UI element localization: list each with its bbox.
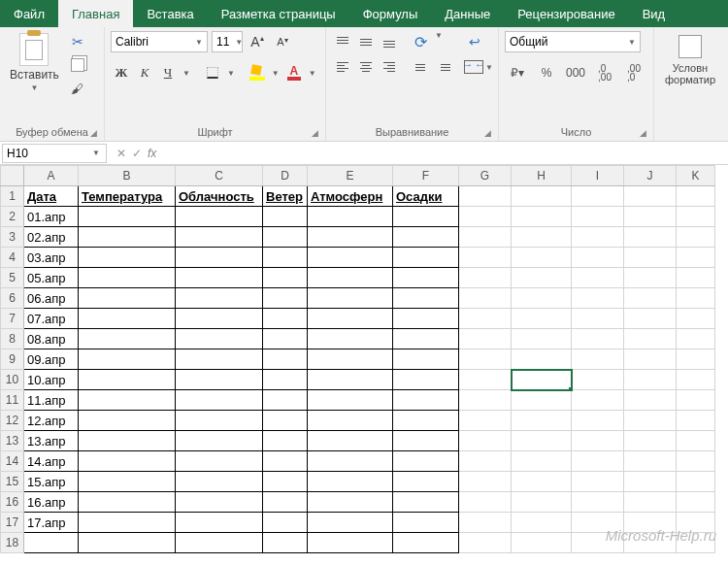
cell[interactable] bbox=[459, 513, 512, 533]
cell[interactable]: 17.апр bbox=[24, 513, 79, 533]
cell[interactable] bbox=[512, 431, 572, 451]
cell[interactable] bbox=[308, 431, 393, 451]
cell[interactable] bbox=[677, 533, 715, 553]
cell[interactable] bbox=[512, 349, 572, 370]
cell[interactable] bbox=[624, 186, 677, 207]
cell[interactable] bbox=[263, 349, 308, 370]
cell[interactable]: 16.апр bbox=[24, 492, 79, 513]
cell[interactable] bbox=[459, 309, 512, 329]
cell[interactable] bbox=[308, 349, 393, 370]
cell[interactable] bbox=[308, 411, 393, 431]
cell[interactable] bbox=[624, 431, 677, 451]
cell[interactable] bbox=[263, 451, 308, 472]
cell[interactable]: Ветер bbox=[263, 186, 308, 207]
cell[interactable] bbox=[512, 288, 572, 309]
cell[interactable] bbox=[624, 248, 677, 268]
cell[interactable] bbox=[79, 288, 176, 309]
bold-button[interactable]: Ж bbox=[111, 62, 132, 83]
cancel-icon[interactable]: ✕ bbox=[116, 147, 126, 160]
row-header[interactable]: 1 bbox=[1, 186, 24, 207]
cell[interactable] bbox=[512, 309, 572, 329]
dialog-launcher-icon[interactable]: ◢ bbox=[482, 128, 492, 138]
cell[interactable] bbox=[572, 288, 624, 309]
cell[interactable] bbox=[176, 533, 263, 553]
comma-format-button[interactable]: 000 bbox=[563, 62, 588, 83]
cell[interactable] bbox=[263, 309, 308, 329]
cell[interactable] bbox=[263, 492, 308, 513]
cell[interactable] bbox=[263, 329, 308, 349]
cell[interactable] bbox=[393, 431, 459, 451]
align-middle-button[interactable] bbox=[355, 31, 377, 52]
row-header[interactable]: 13 bbox=[1, 431, 24, 451]
cell[interactable] bbox=[393, 288, 459, 309]
cell[interactable] bbox=[393, 309, 459, 329]
cell[interactable] bbox=[176, 451, 263, 472]
cell[interactable] bbox=[393, 268, 459, 288]
tab-formulas[interactable]: Формулы bbox=[349, 0, 432, 27]
chevron-down-icon[interactable]: ▼ bbox=[307, 69, 318, 78]
column-header[interactable]: H bbox=[512, 166, 572, 186]
cell[interactable] bbox=[624, 288, 677, 309]
cell[interactable] bbox=[393, 513, 459, 533]
cell[interactable] bbox=[572, 411, 624, 431]
cell[interactable] bbox=[263, 268, 308, 288]
cell[interactable] bbox=[624, 207, 677, 227]
cell[interactable] bbox=[308, 268, 393, 288]
cell[interactable]: Атмосферн bbox=[308, 186, 393, 207]
cell[interactable] bbox=[308, 309, 393, 329]
cell[interactable]: 14.апр bbox=[24, 451, 79, 472]
cell[interactable] bbox=[459, 248, 512, 268]
row-header[interactable]: 3 bbox=[1, 227, 24, 248]
cell[interactable]: 05.апр bbox=[24, 268, 79, 288]
cell[interactable] bbox=[79, 207, 176, 227]
cell[interactable] bbox=[512, 248, 572, 268]
cell[interactable] bbox=[572, 248, 624, 268]
cell[interactable] bbox=[393, 451, 459, 472]
cell[interactable] bbox=[677, 411, 715, 431]
cell[interactable] bbox=[512, 268, 572, 288]
cell[interactable]: 11.апр bbox=[24, 390, 79, 411]
cell[interactable] bbox=[677, 349, 715, 370]
cell[interactable] bbox=[393, 472, 459, 492]
cell[interactable] bbox=[176, 431, 263, 451]
column-header[interactable]: K bbox=[677, 166, 715, 186]
cell[interactable] bbox=[459, 492, 512, 513]
cell[interactable] bbox=[176, 248, 263, 268]
cell[interactable] bbox=[512, 411, 572, 431]
align-center-button[interactable] bbox=[355, 56, 377, 78]
cell[interactable]: 12.апр bbox=[24, 411, 79, 431]
cell[interactable] bbox=[459, 227, 512, 248]
cell[interactable] bbox=[677, 268, 715, 288]
cell[interactable] bbox=[677, 248, 715, 268]
cell[interactable] bbox=[512, 207, 572, 227]
cell[interactable] bbox=[624, 533, 677, 553]
dialog-launcher-icon[interactable]: ◢ bbox=[638, 128, 647, 138]
cell[interactable] bbox=[263, 533, 308, 553]
cell[interactable] bbox=[24, 533, 79, 553]
row-header[interactable]: 18 bbox=[1, 533, 24, 553]
cell[interactable] bbox=[624, 329, 677, 349]
cell[interactable]: Температура bbox=[79, 186, 176, 207]
cell[interactable] bbox=[572, 309, 624, 329]
cell[interactable] bbox=[677, 472, 715, 492]
cell[interactable] bbox=[79, 390, 176, 411]
cell[interactable]: 03.апр bbox=[24, 248, 79, 268]
worksheet-grid[interactable]: ABCDEFGHIJK1ДатаТемператураОблачностьВет… bbox=[0, 165, 728, 565]
cell[interactable] bbox=[677, 309, 715, 329]
row-header[interactable]: 11 bbox=[1, 390, 24, 411]
cell[interactable] bbox=[393, 329, 459, 349]
accounting-format-button[interactable]: ₽▾ bbox=[505, 62, 530, 83]
cell[interactable] bbox=[677, 451, 715, 472]
cell[interactable] bbox=[393, 248, 459, 268]
tab-page-layout[interactable]: Разметка страницы bbox=[208, 0, 349, 27]
row-header[interactable]: 10 bbox=[1, 370, 24, 390]
italic-button[interactable]: К bbox=[134, 62, 155, 83]
chevron-down-icon[interactable]: ▼ bbox=[433, 31, 445, 52]
cell[interactable] bbox=[624, 268, 677, 288]
dialog-launcher-icon[interactable]: ◢ bbox=[88, 128, 98, 138]
cell[interactable]: Облачность bbox=[176, 186, 263, 207]
cell[interactable] bbox=[572, 268, 624, 288]
enter-icon[interactable]: ✓ bbox=[132, 147, 142, 160]
cell[interactable] bbox=[308, 390, 393, 411]
cell[interactable] bbox=[572, 492, 624, 513]
